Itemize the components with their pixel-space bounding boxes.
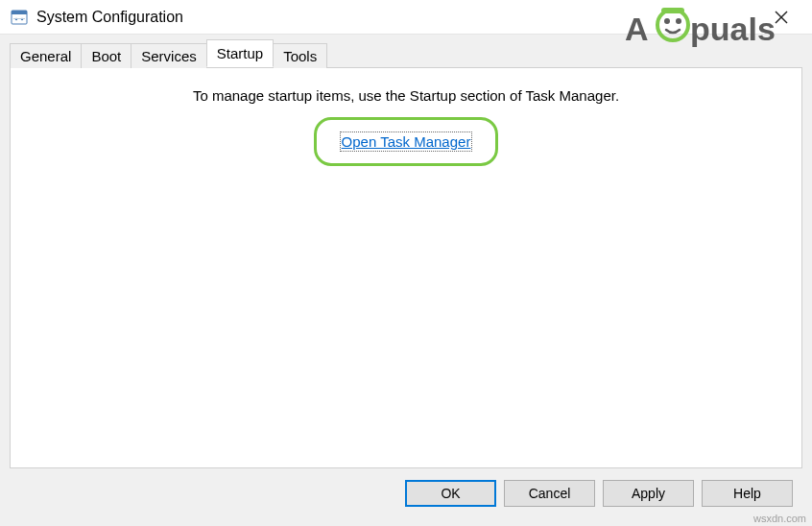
- svg-text:A: A: [625, 11, 649, 47]
- startup-tab-panel: To manage startup items, use the Startup…: [10, 67, 802, 468]
- svg-rect-11: [661, 8, 684, 13]
- svg-text:puals: puals: [690, 11, 776, 47]
- cancel-button[interactable]: Cancel: [504, 480, 595, 507]
- dialog-content: General Boot Services Startup Tools To m…: [0, 35, 812, 507]
- tab-boot[interactable]: Boot: [81, 43, 131, 68]
- tab-tools[interactable]: Tools: [273, 43, 327, 68]
- msconfig-icon: [10, 8, 29, 27]
- apply-button[interactable]: Apply: [603, 480, 694, 507]
- svg-point-10: [676, 18, 681, 24]
- tab-general[interactable]: General: [10, 43, 82, 68]
- help-button[interactable]: Help: [702, 480, 793, 507]
- svg-rect-1: [12, 11, 27, 14]
- highlight-ring: Open Task Manager: [314, 117, 499, 166]
- tab-startup[interactable]: Startup: [206, 39, 274, 67]
- window-title: System Configuration: [36, 9, 183, 26]
- source-caption: wsxdn.com: [753, 513, 806, 524]
- watermark-logo: A puals: [625, 4, 807, 55]
- svg-rect-4: [13, 18, 25, 19]
- startup-instruction-text: To manage startup items, use the Startup…: [11, 87, 801, 104]
- dialog-button-row: OK Cancel Apply Help: [10, 468, 802, 507]
- svg-point-9: [664, 18, 670, 24]
- ok-button[interactable]: OK: [405, 480, 496, 507]
- tab-services[interactable]: Services: [131, 43, 207, 68]
- svg-point-8: [657, 10, 688, 40]
- open-task-manager-link[interactable]: Open Task Manager: [342, 133, 471, 150]
